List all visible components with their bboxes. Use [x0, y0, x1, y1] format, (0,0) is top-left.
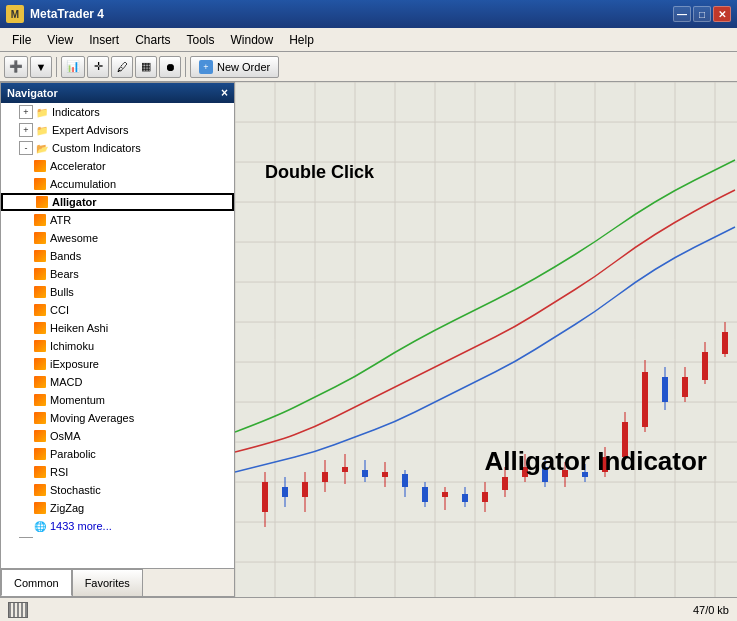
- indicator-icon-osma: [33, 429, 47, 443]
- minimize-button[interactable]: —: [673, 6, 691, 22]
- toolbar-btn-3[interactable]: 📊: [61, 56, 85, 78]
- icon-more: 🌐: [33, 519, 47, 533]
- expand-scripts[interactable]: +: [19, 537, 33, 538]
- tree-item-rsi[interactable]: RSI: [1, 463, 234, 481]
- label-custom-indicators: Custom Indicators: [52, 142, 234, 154]
- toolbar-btn-7[interactable]: ⏺: [159, 56, 181, 78]
- navigator-panel: Navigator × + 📁 Indicators + 📁 Expert Ad…: [0, 82, 235, 597]
- tree-item-custom-indicators[interactable]: - 📂 Custom Indicators: [1, 139, 234, 157]
- close-button[interactable]: ✕: [713, 6, 731, 22]
- tree-scroll[interactable]: + 📁 Indicators + 📁 Expert Advisors - 📂 C…: [1, 103, 234, 538]
- tab-favorites[interactable]: Favorites: [72, 569, 143, 596]
- tree-item-accelerator[interactable]: Accelerator: [1, 157, 234, 175]
- toolbar-btn-2[interactable]: ▼: [30, 56, 52, 78]
- label-heiken-ashi: Heiken Ashi: [50, 322, 234, 334]
- toolbar-btn-5[interactable]: 🖊: [111, 56, 133, 78]
- indicator-icon-moving-averages: [33, 411, 47, 425]
- toolbar-separator-1: [56, 57, 57, 77]
- tree-item-macd[interactable]: MACD: [1, 373, 234, 391]
- menu-help[interactable]: Help: [281, 31, 322, 49]
- expand-custom-indicators[interactable]: -: [19, 141, 33, 155]
- toolbar-btn-1[interactable]: ➕: [4, 56, 28, 78]
- menu-tools[interactable]: Tools: [179, 31, 223, 49]
- indicator-icon-parabolic: [33, 447, 47, 461]
- tree-item-cci[interactable]: CCI: [1, 301, 234, 319]
- indicator-icon-bands: [33, 249, 47, 263]
- toolbar: ➕ ▼ 📊 ✛ 🖊 ▦ ⏺ + New Order: [0, 52, 737, 82]
- menu-window[interactable]: Window: [223, 31, 282, 49]
- menu-bar: File View Insert Charts Tools Window Hel…: [0, 28, 737, 52]
- indicator-icon-accelerator: [33, 159, 47, 173]
- toolbar-btn-6[interactable]: ▦: [135, 56, 157, 78]
- label-cci: CCI: [50, 304, 234, 316]
- navigator-close-button[interactable]: ×: [221, 86, 228, 100]
- chart-area[interactable]: Double Click Alligator Indicator: [235, 82, 737, 597]
- label-more: 1433 more...: [50, 520, 234, 532]
- label-iexposure: iExposure: [50, 358, 234, 370]
- label-bears: Bears: [50, 268, 234, 280]
- menu-view[interactable]: View: [39, 31, 81, 49]
- tree-item-alligator[interactable]: Alligator: [1, 193, 234, 211]
- app-title: MetaTrader 4: [30, 7, 673, 21]
- indicator-icon-macd: [33, 375, 47, 389]
- status-bar: 47/0 kb: [0, 597, 737, 621]
- toolbar-btn-4[interactable]: ✛: [87, 56, 109, 78]
- tree-item-ichimoku[interactable]: Ichimoku: [1, 337, 234, 355]
- label-expert-advisors: Expert Advisors: [52, 124, 234, 136]
- tree-item-parabolic[interactable]: Parabolic: [1, 445, 234, 463]
- indicator-icon-atr: [33, 213, 47, 227]
- label-alligator: Alligator: [52, 196, 232, 208]
- tree-item-bears[interactable]: Bears: [1, 265, 234, 283]
- folder-icon-scripts: 📁: [35, 537, 49, 538]
- status-chart-segment: [8, 602, 28, 618]
- status-info: 47/0 kb: [693, 604, 729, 616]
- tree-item-expert-advisors[interactable]: + 📁 Expert Advisors: [1, 121, 234, 139]
- label-parabolic: Parabolic: [50, 448, 234, 460]
- new-order-label: New Order: [217, 61, 270, 73]
- menu-charts[interactable]: Charts: [127, 31, 178, 49]
- tree-item-bands[interactable]: Bands: [1, 247, 234, 265]
- label-moving-averages: Moving Averages: [50, 412, 234, 424]
- tree-item-indicators[interactable]: + 📁 Indicators: [1, 103, 234, 121]
- label-atr: ATR: [50, 214, 234, 226]
- tree-item-bulls[interactable]: Bulls: [1, 283, 234, 301]
- tree-item-moving-averages[interactable]: Moving Averages: [1, 409, 234, 427]
- tree-item-iexposure[interactable]: iExposure: [1, 355, 234, 373]
- tree-item-awesome[interactable]: Awesome: [1, 229, 234, 247]
- tree-item-heiken-ashi[interactable]: Heiken Ashi: [1, 319, 234, 337]
- menu-file[interactable]: File: [4, 31, 39, 49]
- label-macd: MACD: [50, 376, 234, 388]
- window-controls: — □ ✕: [673, 6, 731, 22]
- expand-expert-advisors[interactable]: +: [19, 123, 33, 137]
- label-bands: Bands: [50, 250, 234, 262]
- tree-item-zigzag[interactable]: ZigZag: [1, 499, 234, 517]
- tree-item-scripts[interactable]: + 📁 Scripts: [1, 535, 234, 538]
- app-logo: M: [6, 5, 24, 23]
- indicator-icon-bulls: [33, 285, 47, 299]
- tab-common[interactable]: Common: [1, 569, 72, 596]
- label-indicators: Indicators: [52, 106, 234, 118]
- navigator-header: Navigator ×: [1, 83, 234, 103]
- indicator-icon-awesome: [33, 231, 47, 245]
- folder-icon-indicators: 📁: [35, 105, 49, 119]
- tree-item-momentum[interactable]: Momentum: [1, 391, 234, 409]
- maximize-button[interactable]: □: [693, 6, 711, 22]
- tree-item-more[interactable]: 🌐 1433 more...: [1, 517, 234, 535]
- tree-item-accumulation[interactable]: Accumulation: [1, 175, 234, 193]
- expand-indicators[interactable]: +: [19, 105, 33, 119]
- tree-item-osma[interactable]: OsMA: [1, 427, 234, 445]
- indicator-icon-cci: [33, 303, 47, 317]
- label-accelerator: Accelerator: [50, 160, 234, 172]
- indicator-icon-heiken-ashi: [33, 321, 47, 335]
- tree-item-stochastic[interactable]: Stochastic: [1, 481, 234, 499]
- indicator-icon-stochastic: [33, 483, 47, 497]
- label-rsi: RSI: [50, 466, 234, 478]
- tree-item-atr[interactable]: ATR: [1, 211, 234, 229]
- folder-icon-custom-indicators: 📂: [35, 141, 49, 155]
- indicator-icon-bears: [33, 267, 47, 281]
- menu-insert[interactable]: Insert: [81, 31, 127, 49]
- folder-icon-expert-advisors: 📁: [35, 123, 49, 137]
- label-awesome: Awesome: [50, 232, 234, 244]
- navigator-title: Navigator: [7, 87, 58, 99]
- new-order-button[interactable]: + New Order: [190, 56, 279, 78]
